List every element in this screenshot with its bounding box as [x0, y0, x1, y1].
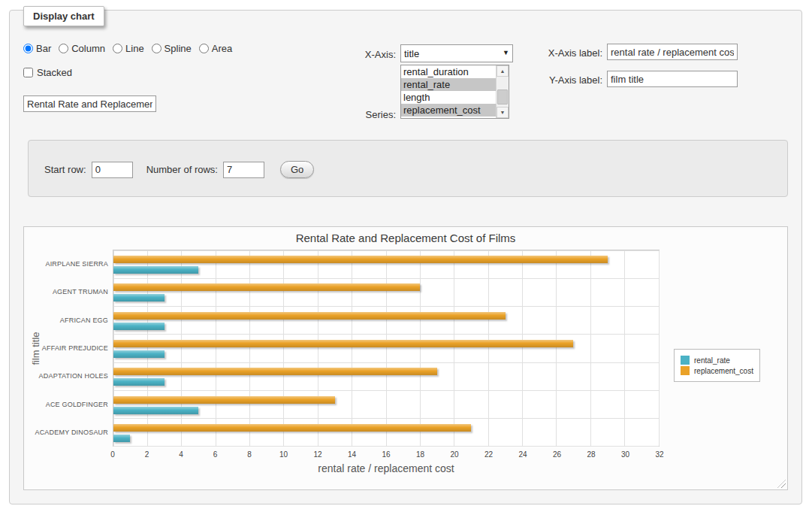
number-of-rows-label: Number of rows:	[146, 164, 218, 175]
y-category-label: AFFAIR PREJUDICE	[24, 344, 108, 352]
x-tick-label: 16	[382, 450, 390, 459]
v-gridline	[283, 250, 284, 446]
bar-replacement_cost	[113, 424, 471, 432]
scroll-down-icon[interactable]: ▼	[497, 107, 509, 118]
chart-type-area-label: Area	[212, 43, 232, 54]
x-axis-label-label: X-Axis label:	[460, 47, 602, 59]
page: Display chart Bar Column Line Spline Are…	[0, 0, 812, 512]
y-axis-labels: AIRPLANE SIERRAAGENT TRUMANAFRICAN EGGAF…	[24, 250, 108, 447]
h-gridline	[113, 362, 659, 363]
bar-replacement_cost	[113, 396, 335, 404]
chart-type-bar-label: Bar	[36, 43, 51, 54]
y-category-label: AIRPLANE SIERRA	[24, 260, 108, 268]
x-tick-label: 8	[247, 450, 252, 459]
series-list-scrollbar[interactable]: ▲ ▼	[496, 65, 509, 118]
chart-type-line-radio[interactable]	[113, 44, 122, 53]
bar-rental_rate	[113, 323, 165, 330]
x-axis-label-input[interactable]	[607, 44, 738, 60]
x-tick-label: 14	[348, 450, 356, 459]
stacked-option[interactable]: Stacked	[23, 67, 72, 78]
x-axis-title: rental rate / replacement cost	[113, 462, 660, 474]
bar-replacement_cost	[113, 368, 437, 375]
bar-rental_rate	[113, 294, 165, 301]
x-tick-label: 22	[484, 450, 493, 459]
x-tick-label: 10	[279, 450, 288, 459]
x-tick-label: 26	[553, 450, 561, 459]
x-tick-label: 30	[621, 450, 629, 459]
bar-rental_rate	[113, 435, 130, 442]
chart-type-spline-label: Spline	[165, 43, 192, 54]
v-gridline	[318, 250, 318, 446]
bar-rental_rate	[113, 407, 198, 414]
v-gridline	[420, 250, 421, 446]
h-gridline	[113, 390, 659, 391]
series-listbox[interactable]: rental_duration rental_rate length repla…	[400, 65, 509, 119]
fieldset-legend: Display chart	[23, 6, 104, 26]
stacked-checkbox[interactable]	[23, 68, 33, 77]
series-option-replacement-cost[interactable]: replacement_cost	[401, 104, 509, 117]
y-axis-label-label: Y-Axis label:	[460, 74, 602, 86]
go-button[interactable]: Go	[280, 161, 314, 178]
chart-type-line[interactable]: Line	[113, 43, 144, 54]
start-row-label: Start row:	[44, 164, 86, 175]
legend-label: replacement_cost	[694, 367, 753, 375]
h-gridline	[113, 278, 659, 279]
x-tick-label: 20	[450, 450, 458, 459]
chart-type-area-radio[interactable]	[199, 44, 209, 53]
h-gridline	[113, 306, 659, 307]
legend-swatch	[681, 366, 690, 375]
chart-legend: rental_ratereplacement_cost	[674, 349, 760, 382]
plot-area	[113, 250, 660, 447]
h-gridline	[113, 418, 659, 419]
x-tick-label: 28	[587, 450, 595, 459]
scrollbar-thumb[interactable]	[497, 89, 508, 105]
bar-replacement_cost	[113, 312, 506, 320]
display-chart-fieldset: Display chart Bar Column Line Spline Are…	[9, 10, 802, 504]
chart-type-radio-group: Bar Column Line Spline Area	[23, 43, 240, 54]
rows-panel-controls: Start row: Number of rows: Go	[44, 161, 314, 178]
x-axis-select-label: X-Axis:	[313, 49, 396, 60]
chart-title-input[interactable]	[23, 95, 156, 112]
number-of-rows-input[interactable]	[223, 162, 264, 178]
chart-type-column[interactable]: Column	[59, 43, 105, 54]
h-gridline	[113, 334, 659, 335]
y-category-label: ACE GOLDFINGER	[24, 401, 108, 408]
x-tick-label: 32	[655, 450, 663, 459]
h-gridline	[113, 250, 659, 251]
legend-label: rental_rate	[694, 356, 730, 365]
chart-type-bar-radio[interactable]	[23, 44, 33, 53]
rows-panel: Start row: Number of rows: Go	[28, 140, 788, 197]
v-gridline	[454, 250, 454, 446]
chart-container: Rental Rate and Replacement Cost of Film…	[23, 226, 788, 490]
series-select-label: Series:	[313, 109, 396, 120]
legend-swatch	[681, 356, 690, 365]
chart-type-area[interactable]: Area	[199, 43, 232, 54]
start-row-input[interactable]	[92, 162, 133, 178]
x-tick-label: 24	[518, 450, 527, 459]
x-tick-label: 4	[179, 450, 183, 459]
chart-type-spline-radio[interactable]	[152, 44, 161, 53]
chart-type-column-label: Column	[71, 43, 105, 54]
v-gridline	[488, 250, 489, 446]
series-option-length[interactable]: length	[401, 91, 509, 104]
chart-type-bar[interactable]: Bar	[23, 43, 51, 54]
y-category-label: AFRICAN EGG	[24, 317, 108, 324]
chart-title: Rental Rate and Replacement Cost of Film…	[24, 232, 787, 244]
chart-type-spline[interactable]: Spline	[152, 43, 192, 54]
legend-entry: rental_rate	[681, 356, 753, 365]
bar-replacement_cost	[113, 340, 573, 347]
chart-type-column-radio[interactable]	[59, 44, 68, 53]
y-category-label: ADAPTATION HOLES	[24, 372, 108, 380]
v-gridline	[522, 250, 523, 446]
v-gridline	[624, 250, 625, 446]
bar-rental_rate	[113, 266, 198, 274]
v-gridline	[590, 250, 591, 446]
y-axis-label-input[interactable]	[607, 71, 738, 87]
x-tick-label: 18	[416, 450, 424, 459]
v-gridline	[352, 250, 352, 446]
resize-handle-icon[interactable]	[777, 480, 786, 488]
h-gridline	[113, 446, 659, 447]
v-gridline	[249, 250, 250, 446]
v-gridline	[113, 250, 114, 446]
bar-rental_rate	[113, 378, 165, 386]
